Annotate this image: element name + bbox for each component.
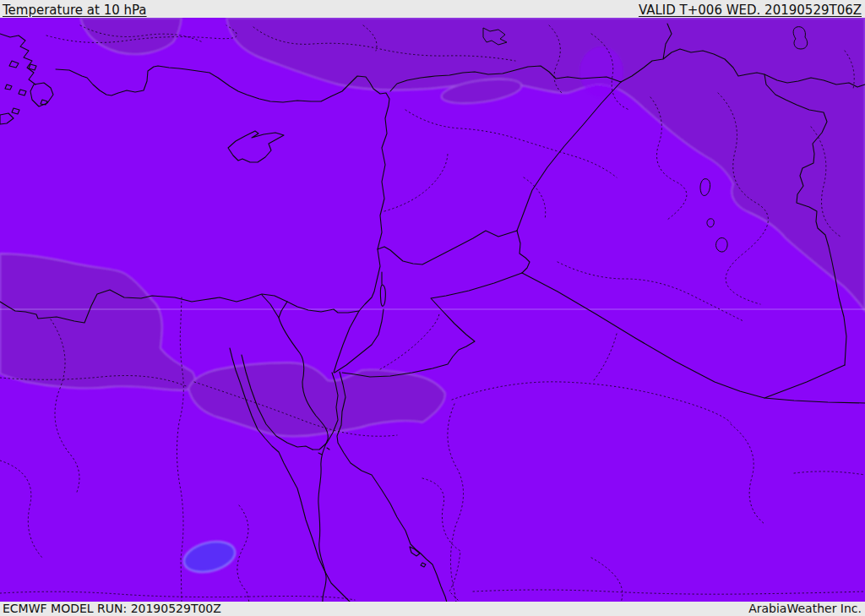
brand-label: ArabiaWeather Inc. <box>748 602 862 615</box>
valid-time-label: VALID T+006 WED. 20190529T06Z <box>639 3 862 18</box>
model-run-label: ECMWF MODEL RUN: 20190529T00Z <box>3 602 221 615</box>
temperature-map-svg <box>0 18 865 602</box>
footer-bar: ECMWF MODEL RUN: 20190529T00Z ArabiaWeat… <box>0 602 865 616</box>
map-title: Temperature at 10 hPa <box>3 3 147 18</box>
weather-map-frame: Temperature at 10 hPa VALID T+006 WED. 2… <box>0 0 865 616</box>
map-canvas <box>0 18 865 602</box>
cold-region-notch <box>579 46 623 97</box>
header-bar: Temperature at 10 hPa VALID T+006 WED. 2… <box>0 0 865 18</box>
